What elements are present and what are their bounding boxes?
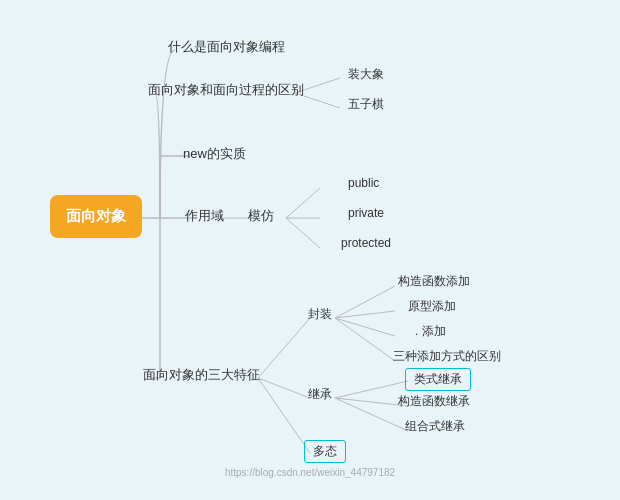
leaf-dot-add: . 添加: [415, 323, 446, 340]
branch-three-features: 面向对象的三大特征: [143, 366, 260, 384]
svg-line-11: [335, 286, 395, 318]
root-node: 面向对象: [50, 195, 142, 238]
svg-line-13: [335, 318, 395, 336]
svg-line-10: [258, 378, 310, 453]
svg-line-8: [258, 318, 310, 378]
svg-line-12: [335, 311, 395, 318]
leaf-constructor-inheritance: 构造函数继承: [398, 393, 470, 410]
leaf-elephant: 装大象: [348, 66, 384, 83]
svg-line-5: [286, 188, 320, 218]
mind-map: 面向对象 什么是面向对象编程 面向对象和面向过程的区别 new的实质 作用域 模…: [0, 0, 620, 480]
svg-line-9: [258, 378, 310, 398]
leaf-public: public: [348, 176, 379, 190]
leaf-inheritance: 继承: [308, 386, 332, 403]
watermark: https://blog.csdn.net/weixin_44797182: [225, 467, 395, 478]
leaf-constructor-add: 构造函数添加: [398, 273, 470, 290]
leaf-protected: protected: [341, 236, 391, 250]
svg-line-14: [335, 318, 395, 361]
leaf-prototype-add: 原型添加: [408, 298, 456, 315]
branch-what-is-oop: 什么是面向对象编程: [168, 38, 285, 56]
leaf-polymorphism: 多态: [304, 440, 346, 463]
leaf-encapsulation: 封装: [308, 306, 332, 323]
branch-scope: 作用域: [185, 207, 224, 225]
branch-imitate: 模仿: [248, 207, 274, 225]
svg-line-7: [286, 218, 320, 248]
leaf-three-ways-diff: 三种添加方式的区别: [393, 348, 501, 365]
leaf-private: private: [348, 206, 384, 220]
leaf-gobang: 五子棋: [348, 96, 384, 113]
branch-oop-vs-pop: 面向对象和面向过程的区别: [148, 81, 304, 99]
connector-lines: [0, 0, 620, 480]
leaf-composite-inheritance: 组合式继承: [405, 418, 465, 435]
branch-new-essence: new的实质: [183, 145, 246, 163]
leaf-class-inheritance: 类式继承: [405, 368, 471, 391]
